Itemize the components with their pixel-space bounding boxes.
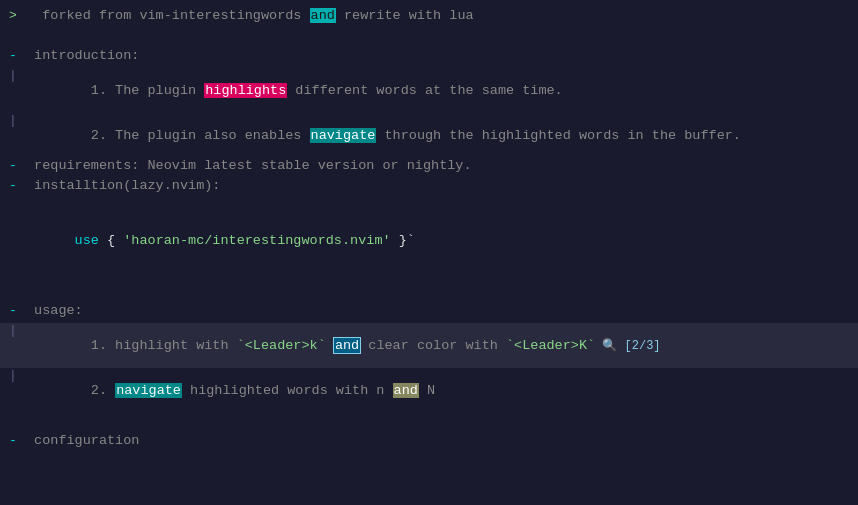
text-13c: clear color with [360,338,506,353]
line-18 [0,473,858,493]
line-4: | 1. The plugin highlights different wor… [0,68,858,113]
line-8 [0,198,858,218]
text-9b: }` [391,233,415,248]
line-5: | 2. The plugin also enables navigate th… [0,113,858,158]
text-14b: highlighted words with n [182,383,393,398]
gutter-arrow: > [4,8,22,23]
line-10 [0,263,858,283]
code-editor: > forked from vim-interestingwords and r… [0,0,858,505]
text-4a: 1. The plugin [75,83,205,98]
highlight-navigate-1: navigate [310,128,377,143]
highlight-highlights: highlights [204,83,287,98]
line-13: | 1. highlight with `<Leader>k` and clea… [0,323,858,368]
gutter-13: | [4,323,22,338]
line-3: - introduction: [0,48,858,68]
line-content-7: installtion(lazy.nvim): [26,178,854,193]
line-12: - usage: [0,303,858,323]
text-5b: through the highlighted words in the buf… [376,128,741,143]
line-17 [0,453,858,473]
line-11 [0,283,858,303]
highlight-and-1: and [310,8,336,23]
code-13a: `<Leader>k` [237,338,326,353]
line-1: > forked from vim-interestingwords and r… [0,8,858,28]
gutter-6: - [4,158,22,173]
line-content-14: 2. navigate highlighted words with n and… [26,368,854,413]
string-9: 'haoran-mc/interestingwords.nvim' [123,233,390,248]
text-5a: 2. The plugin also enables [75,128,310,143]
line-content-6: requirements: Neovim latest stable versi… [26,158,854,173]
search-badge: 🔍 [2/3] [595,339,660,353]
gutter-7: - [4,178,22,193]
gutter-12: - [4,303,22,318]
line-6: - requirements: Neovim latest stable ver… [0,158,858,178]
gutter-4: | [4,68,22,83]
line-content-5: 2. The plugin also enables navigate thro… [26,113,854,158]
code-13b: `<Leader>K` [506,338,595,353]
highlight-and-3: and [393,383,419,398]
line-2 [0,28,858,48]
line-content-13: 1. highlight with `<Leader>k` and clear … [26,323,854,368]
line-19: require("interestingwords").setup { [0,493,858,505]
line-14: | 2. navigate highlighted words with n a… [0,368,858,413]
line-16: - configuration [0,433,858,453]
text-14c: N [419,383,435,398]
line-15 [0,413,858,433]
line-7: - installtion(lazy.nvim): [0,178,858,198]
line-content-12: usage: [26,303,854,318]
gutter-5: | [4,113,22,128]
gutter-16: - [4,433,22,448]
text-14a: 2. [75,383,116,398]
text-4b: different words at the same time. [287,83,562,98]
line-content-16: configuration [26,433,854,448]
line-9: use { 'haoran-mc/interestingwords.nvim' … [0,218,858,263]
line-content-9: use { 'haoran-mc/interestingwords.nvim' … [26,218,854,263]
use-keyword: use [75,233,99,248]
highlight-and-2: and [334,338,360,353]
text-9a: { [99,233,123,248]
line-content-19: require("interestingwords").setup { [26,493,854,505]
text-13b [326,338,334,353]
gutter-14: | [4,368,22,383]
text-13a: 1. highlight with [75,338,237,353]
line-content-3: introduction: [26,48,854,63]
highlight-navigate-2: navigate [115,383,182,398]
line-content-4: 1. The plugin highlights different words… [26,68,854,113]
gutter-3: - [4,48,22,63]
line-content-1: forked from vim-interestingwords and rew… [26,8,854,23]
